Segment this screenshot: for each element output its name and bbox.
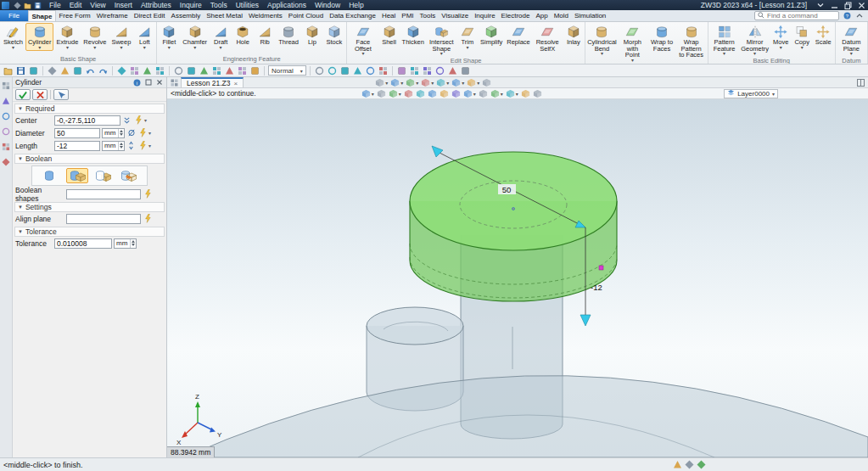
base-cylinder-surface[interactable] bbox=[184, 376, 868, 457]
menu-attributes[interactable]: Attributes bbox=[137, 1, 176, 9]
dropdown-caret-icon[interactable]: ▾ bbox=[601, 52, 603, 56]
ribbon-tab-assembly[interactable]: Assembly bbox=[168, 10, 204, 21]
cylinder-preview-top-face[interactable] bbox=[410, 152, 617, 250]
menu-inquire[interactable]: Inquire bbox=[176, 1, 206, 9]
display-mode-dropdown[interactable]: Normal▾ bbox=[268, 65, 306, 76]
filter-component-icon[interactable] bbox=[447, 65, 458, 76]
menu-tools[interactable]: Tools bbox=[206, 1, 232, 9]
ribbon-tool-intersect-shape[interactable]: Intersect Shape▾ bbox=[426, 23, 456, 57]
spinner[interactable] bbox=[130, 239, 136, 248]
light-setting-icon[interactable] bbox=[521, 89, 530, 98]
delete-icon[interactable] bbox=[116, 65, 127, 76]
grid-display-icon[interactable] bbox=[671, 459, 683, 470]
save-icon[interactable] bbox=[32, 1, 42, 10]
dropdown-caret-icon[interactable]: ▾ bbox=[466, 46, 468, 50]
float-panel-icon[interactable] bbox=[143, 78, 153, 87]
viewport-layout-icon[interactable] bbox=[855, 77, 865, 87]
ribbon-tool-fillet[interactable]: Fillet▾ bbox=[158, 23, 180, 51]
open-icon[interactable] bbox=[3, 65, 14, 76]
dropdown-caret-icon[interactable]: ▾ bbox=[120, 46, 122, 50]
filter-face-icon[interactable] bbox=[422, 65, 433, 76]
menu-insert[interactable]: Insert bbox=[110, 1, 137, 9]
ribbon-tab-free-form[interactable]: Free Form bbox=[56, 10, 93, 21]
align-plane-input[interactable] bbox=[66, 214, 141, 224]
view-normal-icon[interactable]: ▾ bbox=[463, 89, 476, 98]
wireframe-icon[interactable] bbox=[314, 65, 325, 76]
show-pmi-icon[interactable] bbox=[482, 78, 491, 87]
view-front-icon[interactable] bbox=[224, 65, 235, 76]
show-datum-icon[interactable]: ▾ bbox=[390, 78, 403, 87]
center-input[interactable] bbox=[54, 115, 120, 126]
ribbon-tab-direct-edit[interactable]: Direct Edit bbox=[131, 10, 168, 21]
zoom-window-icon[interactable] bbox=[186, 65, 197, 76]
ribbon-tool-resolve-selfx[interactable]: Resolve SelfX bbox=[532, 23, 563, 53]
redo-icon[interactable] bbox=[98, 65, 109, 76]
boolean-base-button[interactable] bbox=[41, 168, 63, 183]
diameter-symbol-icon[interactable] bbox=[126, 128, 136, 138]
ribbon-tool-stock[interactable]: Stock bbox=[323, 23, 345, 47]
measure-icon[interactable] bbox=[142, 65, 153, 76]
rotate-icon[interactable] bbox=[211, 65, 222, 76]
section-boolean[interactable]: ▼Boolean bbox=[14, 154, 165, 164]
menu-edit[interactable]: Edit bbox=[65, 1, 87, 9]
ribbon-tool-shell[interactable]: Shell bbox=[378, 23, 400, 47]
help-icon[interactable]: ? bbox=[842, 11, 852, 20]
dropdown-caret-icon[interactable]: ▾ bbox=[66, 46, 69, 50]
close-panel-icon[interactable] bbox=[154, 78, 164, 87]
manager-grid-icon[interactable] bbox=[12, 1, 22, 10]
ribbon-tool-face-offset[interactable]: Face Offset▾ bbox=[348, 23, 378, 57]
ribbon-tab-inquire[interactable]: Inquire bbox=[472, 10, 498, 21]
menu-utilities[interactable]: Utilities bbox=[232, 1, 263, 9]
print-icon[interactable] bbox=[28, 65, 39, 76]
length-reference-point[interactable] bbox=[599, 266, 603, 270]
graphics-viewport[interactable]: 50 -12 Z X bbox=[167, 99, 868, 457]
ribbon-tool-copy[interactable]: Copy▾ bbox=[792, 23, 813, 51]
ribbon-tab-visualize[interactable]: Visualize bbox=[439, 10, 472, 21]
regen-icon[interactable] bbox=[129, 65, 140, 76]
ribbon-tool-thread[interactable]: Thread bbox=[276, 23, 301, 47]
table-display-icon[interactable] bbox=[683, 459, 695, 470]
ribbon-tab-shape[interactable]: Shape bbox=[28, 10, 56, 21]
copy-icon[interactable] bbox=[59, 65, 70, 76]
filter-all-icon[interactable] bbox=[460, 65, 471, 76]
ribbon-tool-revolve[interactable]: Revolve▾ bbox=[81, 23, 109, 51]
ribbon-tool-mirror-geometry[interactable]: Mirror Geometry▾ bbox=[740, 23, 770, 57]
rotate-view-icon[interactable] bbox=[451, 89, 461, 98]
dropdown-caret-icon[interactable]: ▾ bbox=[780, 46, 782, 50]
show-component-icon[interactable]: ▾ bbox=[467, 78, 479, 87]
dropdown-caret-icon[interactable]: ▾ bbox=[440, 52, 443, 56]
resume-pick-button[interactable] bbox=[53, 89, 69, 100]
section-settings[interactable]: ▼Settings bbox=[14, 202, 165, 212]
info-icon[interactable]: i bbox=[132, 78, 142, 87]
view-front-icon[interactable] bbox=[479, 89, 488, 98]
length-drag-handle[interactable] bbox=[580, 315, 591, 326]
history-manager-icon[interactable] bbox=[1, 96, 11, 106]
align-flyout-bolt-icon[interactable] bbox=[143, 214, 152, 224]
ribbon-tool-hole[interactable]: Hole bbox=[232, 23, 254, 47]
pan-view-icon[interactable] bbox=[440, 89, 449, 98]
role-manager-icon[interactable] bbox=[1, 157, 11, 167]
tab-list-icon[interactable] bbox=[169, 77, 179, 87]
app-logo-icon[interactable] bbox=[2, 2, 9, 9]
search-input[interactable] bbox=[767, 12, 836, 20]
ribbon-tool-datum-plane[interactable]: Datum Plane▾ bbox=[837, 23, 866, 57]
dropdown-caret-icon[interactable]: ▾ bbox=[850, 52, 853, 56]
show-sketch-icon[interactable]: ▾ bbox=[406, 78, 418, 87]
dropdown-caret-icon[interactable]: ▾ bbox=[93, 46, 96, 50]
view-top-icon[interactable] bbox=[237, 65, 248, 76]
assembly-manager-icon[interactable] bbox=[1, 111, 11, 121]
layer-selector[interactable]: Layer0000 ▾ bbox=[724, 89, 778, 98]
caret-icon[interactable]: ▾ bbox=[144, 117, 147, 123]
section-icon[interactable] bbox=[365, 65, 376, 76]
show-curve-icon[interactable]: ▾ bbox=[421, 78, 434, 87]
boolean-add-button[interactable] bbox=[66, 168, 88, 183]
diameter-input[interactable] bbox=[54, 128, 100, 138]
boolean-shapes-input[interactable] bbox=[66, 189, 141, 199]
dropdown-caret-icon[interactable]: ▾ bbox=[143, 46, 146, 50]
ribbon-tool-trim[interactable]: Trim▾ bbox=[456, 23, 478, 51]
dropdown-caret-icon[interactable]: ▾ bbox=[801, 46, 804, 50]
show-face-icon[interactable]: ▾ bbox=[436, 78, 449, 87]
dropdown-caret-icon[interactable]: ▾ bbox=[631, 59, 634, 63]
ribbon-tool-replace[interactable]: Replace bbox=[505, 23, 532, 47]
output-window-icon[interactable] bbox=[695, 459, 707, 470]
